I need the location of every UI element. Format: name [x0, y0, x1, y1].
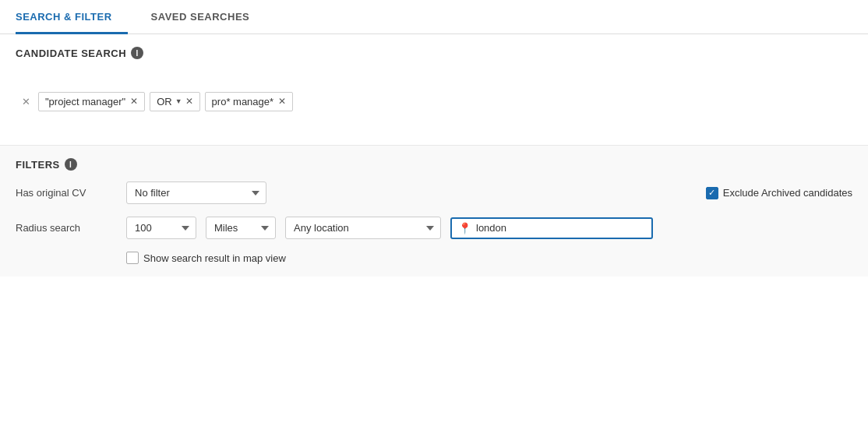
filters-info-icon[interactable]: i — [65, 158, 77, 171]
filters-section: FILTERS i Has original CV No filter Yes … — [0, 146, 868, 277]
operator-close[interactable]: ✕ — [185, 97, 193, 106]
radius-search-row: Radius search 100 10 25 50 200 Miles Kil… — [16, 217, 852, 239]
radius-select[interactable]: 100 10 25 50 200 — [126, 217, 196, 239]
remove-all-button[interactable]: ✕ — [19, 94, 34, 109]
tab-saved-searches[interactable]: SAVED SEARCHES — [151, 0, 266, 33]
location-select[interactable]: Any location UK Europe Worldwide — [285, 217, 441, 239]
location-input-wrapper: 📍 — [450, 217, 653, 239]
operator-or[interactable]: OR ▼ ✕ — [150, 92, 199, 111]
token-wildcard: pro* manage* ✕ — [205, 92, 294, 111]
operator-dropdown-icon: ▼ — [175, 97, 182, 105]
cv-filter-label: Has original CV — [16, 187, 117, 199]
token-close-2[interactable]: ✕ — [278, 97, 286, 106]
location-text-input[interactable] — [476, 222, 645, 234]
map-view-row: Show search result in map view — [126, 252, 852, 264]
candidate-search-info-icon[interactable]: i — [131, 47, 143, 59]
token-project-manager: "project manager" ✕ — [38, 92, 145, 111]
token-text-1: "project manager" — [45, 96, 125, 107]
candidate-search-title: CANDIDATE SEARCH — [16, 48, 126, 59]
search-tokens-area: ✕ "project manager" ✕ OR ▼ ✕ pro* manage… — [16, 70, 852, 132]
filters-header: FILTERS i — [16, 158, 852, 171]
cv-filter-row: Has original CV No filter Yes No Exclude… — [16, 181, 852, 204]
exclude-archived-checkbox[interactable]: Exclude Archived candidates — [706, 187, 852, 199]
tab-bar: SEARCH & FILTER SAVED SEARCHES — [0, 0, 868, 34]
cv-filter-select[interactable]: No filter Yes No — [126, 181, 266, 204]
unit-select[interactable]: Miles Kilometres — [206, 217, 276, 239]
show-map-label: Show search result in map view — [143, 252, 286, 264]
operator-label: OR — [157, 96, 172, 107]
token-close-1[interactable]: ✕ — [130, 97, 138, 106]
exclude-archived-container: Exclude Archived candidates — [706, 187, 852, 199]
radius-search-label: Radius search — [16, 222, 117, 234]
show-map-checkbox-container[interactable]: Show search result in map view — [126, 252, 286, 264]
filters-title: FILTERS — [16, 159, 60, 171]
exclude-archived-label: Exclude Archived candidates — [723, 187, 852, 199]
candidate-search-header: CANDIDATE SEARCH i — [16, 47, 852, 59]
candidate-search-section: CANDIDATE SEARCH i ✕ "project manager" ✕… — [0, 34, 868, 146]
tab-search-filter[interactable]: SEARCH & FILTER — [16, 0, 128, 34]
show-map-check-icon — [126, 252, 139, 264]
main-container: SEARCH & FILTER SAVED SEARCHES CANDIDATE… — [0, 0, 868, 444]
exclude-archived-check-icon — [706, 187, 718, 199]
location-pin-icon: 📍 — [458, 222, 471, 234]
token-text-2: pro* manage* — [212, 96, 274, 107]
